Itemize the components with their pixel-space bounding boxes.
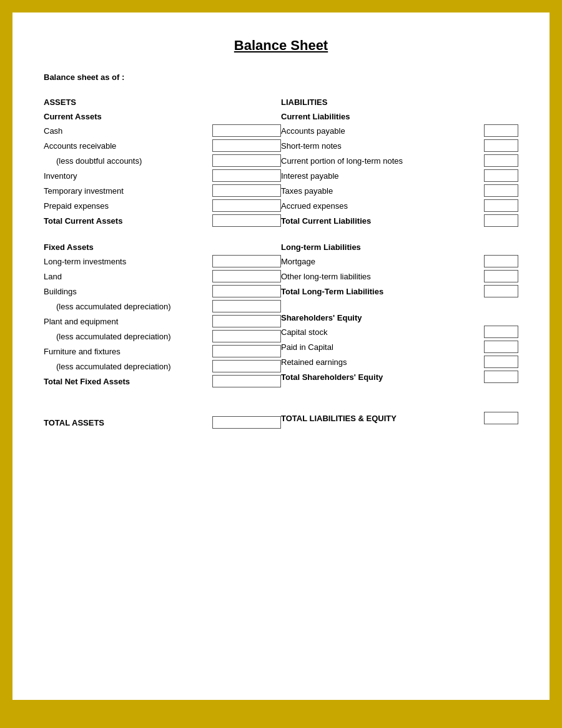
interest-payable-input[interactable] xyxy=(484,169,518,182)
prepaid-expenses-label: Prepaid expenses xyxy=(44,201,212,211)
accounts-payable-input[interactable] xyxy=(484,124,518,137)
page-title: Balance Sheet xyxy=(44,37,518,54)
paid-in-capital-label: Paid in Capital xyxy=(281,342,484,352)
liabilities-header: LIABILITIES xyxy=(281,97,518,107)
less-accum-dep1-input[interactable] xyxy=(212,300,281,312)
mortgage-label: Mortgage xyxy=(281,257,484,266)
retained-earnings-input[interactable] xyxy=(484,356,518,368)
list-item: Short-term notes xyxy=(281,139,518,152)
less-accum-dep1-label: (less accumulated depreciation) xyxy=(44,302,212,311)
current-assets-header: Current Assets xyxy=(44,112,281,121)
less-doubtful-label: (less doubtful accounts) xyxy=(44,156,212,166)
total-longterm-liabilities-input[interactable] xyxy=(484,285,518,297)
inventory-input[interactable] xyxy=(212,169,281,182)
list-item: Retained earnings xyxy=(281,355,518,369)
list-item: Capital stock xyxy=(281,325,518,339)
retained-earnings-label: Retained earnings xyxy=(281,357,484,367)
inventory-label: Inventory xyxy=(44,171,212,181)
list-item: Furniture and fixtures xyxy=(44,344,281,358)
less-doubtful-input[interactable] xyxy=(212,154,281,167)
capital-stock-label: Capital stock xyxy=(281,327,484,337)
furniture-fixtures-label: Furniture and fixtures xyxy=(44,347,212,356)
total-equity-row: Total Shareholders' Equity xyxy=(281,370,518,384)
accrued-expenses-label: Accrued expenses xyxy=(281,201,484,211)
total-longterm-liabilities-label: Total Long-Term Liabilities xyxy=(281,287,484,296)
plant-equipment-label: Plant and equipment xyxy=(44,317,212,326)
list-item: Buildings xyxy=(44,284,281,298)
total-liabilities-equity-row: TOTAL LIABILITIES & EQUITY xyxy=(281,411,518,425)
buildings-input[interactable] xyxy=(212,285,281,297)
taxes-payable-input[interactable] xyxy=(484,184,518,197)
list-item: (less accumulated depreciation) xyxy=(44,329,281,343)
short-term-notes-input[interactable] xyxy=(484,139,518,152)
mortgage-input[interactable] xyxy=(484,255,518,267)
total-assets-label: TOTAL ASSETS xyxy=(44,418,212,427)
interest-payable-label: Interest payable xyxy=(281,171,484,181)
land-label: Land xyxy=(44,272,212,281)
list-item: Land xyxy=(44,269,281,283)
list-item: (less accumulated depreciation) xyxy=(44,359,281,373)
list-item: Other long-term liabilities xyxy=(281,269,518,283)
list-item: Mortgage xyxy=(281,254,518,268)
total-current-liabilities-row: Total Current Liabilities xyxy=(281,214,518,227)
list-item: Temporary investment xyxy=(44,184,281,197)
total-current-assets-row: Total Current Assets xyxy=(44,214,281,227)
list-item: Current portion of long-term notes xyxy=(281,154,518,167)
other-longterm-label: Other long-term liabilities xyxy=(281,272,484,281)
furniture-fixtures-input[interactable] xyxy=(212,345,281,357)
list-item: Interest payable xyxy=(281,169,518,182)
total-equity-input[interactable] xyxy=(484,371,518,383)
list-item: Plant and equipment xyxy=(44,314,281,328)
total-equity-label: Total Shareholders' Equity xyxy=(281,372,484,382)
total-current-assets-label: Total Current Assets xyxy=(44,216,212,226)
total-assets-input[interactable] xyxy=(212,416,281,429)
list-item: (less doubtful accounts) xyxy=(44,154,281,167)
current-portion-longterm-input[interactable] xyxy=(484,154,518,167)
total-liabilities-equity-label: TOTAL LIABILITIES & EQUITY xyxy=(281,414,484,423)
plant-equipment-input[interactable] xyxy=(212,315,281,327)
total-fixed-assets-row: Total Net Fixed Assets xyxy=(44,374,281,388)
buildings-label: Buildings xyxy=(44,287,212,296)
total-longterm-liabilities-row: Total Long-Term Liabilities xyxy=(281,284,518,298)
temp-investment-input[interactable] xyxy=(212,184,281,197)
total-fixed-assets-input[interactable] xyxy=(212,375,281,387)
list-item: Long-term investments xyxy=(44,254,281,268)
list-item: Accrued expenses xyxy=(281,199,518,212)
other-longterm-input[interactable] xyxy=(484,270,518,282)
total-current-liabilities-label: Total Current Liabilities xyxy=(281,216,484,226)
list-item: Cash xyxy=(44,124,281,137)
land-input[interactable] xyxy=(212,270,281,282)
list-item: Accounts receivable xyxy=(44,139,281,152)
balance-sheet-page: Balance Sheet Balance sheet as of : ASSE… xyxy=(12,12,550,700)
as-of-label: Balance sheet as of : xyxy=(44,72,518,82)
list-item: Prepaid expenses xyxy=(44,199,281,212)
longterm-investments-input[interactable] xyxy=(212,255,281,267)
total-liabilities-equity-input[interactable] xyxy=(484,412,518,424)
capital-stock-input[interactable] xyxy=(484,326,518,338)
list-item: Inventory xyxy=(44,169,281,182)
total-current-assets-input[interactable] xyxy=(212,214,281,227)
current-portion-longterm-label: Current portion of long-term notes xyxy=(281,156,484,166)
list-item: (less accumulated depreciation) xyxy=(44,299,281,313)
fixed-assets-header: Fixed Assets xyxy=(44,242,281,252)
longterm-investments-label: Long-term investments xyxy=(44,257,212,266)
total-current-liabilities-input[interactable] xyxy=(484,214,518,227)
less-accum-dep2-input[interactable] xyxy=(212,330,281,342)
less-accum-dep3-input[interactable] xyxy=(212,360,281,372)
cash-input[interactable] xyxy=(212,124,281,137)
cash-label: Cash xyxy=(44,126,212,136)
equity-header: Shareholders' Equity xyxy=(281,313,518,322)
taxes-payable-label: Taxes payable xyxy=(281,186,484,196)
prepaid-expenses-input[interactable] xyxy=(212,199,281,212)
list-item: Accounts payable xyxy=(281,124,518,137)
current-liabilities-header: Current Liabilities xyxy=(281,112,518,121)
total-fixed-assets-label: Total Net Fixed Assets xyxy=(44,377,212,386)
paid-in-capital-input[interactable] xyxy=(484,341,518,353)
less-accum-dep3-label: (less accumulated depreciation) xyxy=(44,362,212,371)
list-item: Taxes payable xyxy=(281,184,518,197)
accrued-expenses-input[interactable] xyxy=(484,199,518,212)
accounts-receivable-input[interactable] xyxy=(212,139,281,152)
list-item: Paid in Capital xyxy=(281,340,518,354)
assets-header: ASSETS xyxy=(44,97,281,107)
assets-column: ASSETS Current Assets Cash Accounts rece… xyxy=(44,97,281,432)
